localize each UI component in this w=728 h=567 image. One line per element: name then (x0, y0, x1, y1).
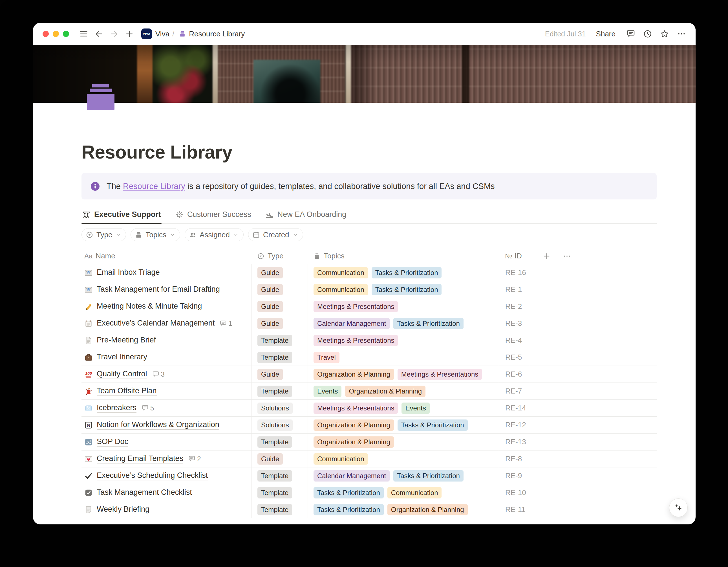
tab-executive-support[interactable]: Executive Support (81, 207, 162, 223)
row-topics-cell[interactable]: CommunicationTasks & Prioritization (308, 264, 499, 281)
sidebar-menu-icon[interactable] (79, 29, 88, 38)
row-type-cell[interactable]: Guide (252, 281, 308, 298)
callout-page-link[interactable]: Resource Library (123, 182, 185, 191)
row-type-cell[interactable]: Template (252, 383, 308, 400)
new-page-icon[interactable] (125, 29, 134, 38)
row-type-cell[interactable]: Template (252, 434, 308, 450)
table-row[interactable]: Travel ItineraryTemplateTravelRE-5 (81, 349, 657, 366)
row-type-cell[interactable]: Solutions (252, 400, 308, 416)
row-page-link[interactable]: SOP Doc (97, 437, 128, 447)
row-topics-cell[interactable]: Travel (308, 349, 499, 366)
row-page-link[interactable]: Executive’s Scheduling Checklist (97, 471, 208, 480)
history-icon[interactable] (643, 29, 652, 38)
row-topics-cell[interactable]: Communication (308, 451, 499, 467)
row-topics-cell[interactable]: Meetings & PresentationsEvents (308, 400, 499, 416)
row-topics-cell[interactable]: EventsOrganization & Planning (308, 383, 499, 400)
comment-count-badge[interactable]: 2 (188, 455, 201, 463)
library-icon (313, 252, 321, 260)
more-options-icon[interactable] (677, 29, 686, 38)
row-page-link[interactable]: Icebreakers (97, 403, 136, 413)
row-topics-cell[interactable]: Meetings & Presentations (308, 332, 499, 349)
row-page-link[interactable]: Travel Itinerary (97, 353, 147, 362)
favorite-icon[interactable] (660, 29, 669, 38)
table-row[interactable]: 100Quality Control3GuideOrganization & P… (81, 366, 657, 383)
add-column-button[interactable] (543, 252, 551, 260)
row-page-link[interactable]: Weekly Briefing (97, 505, 149, 514)
comment-count-badge[interactable]: 3 (152, 370, 165, 378)
row-topics-cell[interactable]: Tasks & PrioritizationCommunication (308, 484, 499, 501)
table-row[interactable]: Executive’s Calendar Management1GuideCal… (81, 315, 657, 332)
row-type-cell[interactable]: Template (252, 349, 308, 366)
row-page-link[interactable]: Pre-Meeting Brief (97, 336, 156, 345)
minimize-window-button[interactable] (53, 31, 59, 37)
table-row[interactable]: EEmail Inbox TriageGuideCommunicationTas… (81, 264, 657, 281)
tab-customer-success[interactable]: Customer Success (175, 207, 252, 223)
breadcrumb-page[interactable]: Resource Library (189, 30, 245, 38)
table-row[interactable]: Executive’s Scheduling ChecklistTemplate… (81, 467, 657, 484)
row-topics-cell[interactable]: CommunicationTasks & Prioritization (308, 281, 499, 298)
row-page-link[interactable]: Email Inbox Triage (97, 268, 160, 277)
row-type-cell[interactable]: Guide (252, 366, 308, 383)
share-button[interactable]: Share (596, 30, 616, 38)
row-page-link[interactable]: Task Management for Email Drafting (97, 285, 220, 294)
filter-topics[interactable]: Topics (131, 228, 180, 241)
row-type-cell[interactable]: Template (252, 332, 308, 349)
filter-type[interactable]: Type (81, 228, 126, 241)
row-page-link[interactable]: Quality Control (97, 370, 147, 379)
row-page-link[interactable]: Meeting Notes & Minute Taking (97, 302, 202, 311)
row-type-cell[interactable]: Guide (252, 264, 308, 281)
row-type-cell[interactable]: Guide (252, 315, 308, 332)
table-row[interactable]: Team Offsite PlanTemplateEventsOrganizat… (81, 383, 657, 400)
love-letter-icon (84, 455, 93, 463)
row-topics-cell[interactable]: Organization & PlanningMeetings & Presen… (308, 366, 499, 383)
table-options-button[interactable] (563, 252, 571, 260)
column-header-id[interactable]: №ID (499, 248, 530, 264)
row-type-cell[interactable]: Template (252, 501, 308, 518)
comment-count-badge[interactable]: 1 (220, 320, 232, 328)
table-row[interactable]: Meeting Notes & Minute TakingGuideMeetin… (81, 298, 657, 315)
page-icon-archive[interactable] (87, 84, 115, 110)
row-topics-cell[interactable]: Tasks & PrioritizationOrganization & Pla… (308, 501, 499, 518)
row-topics-cell[interactable]: Organization & Planning (308, 434, 499, 450)
row-type-cell[interactable]: Guide (252, 298, 308, 315)
row-topics-cell[interactable]: Calendar ManagementTasks & Prioritizatio… (308, 315, 499, 332)
row-type-cell[interactable]: Template (252, 467, 308, 484)
table-row[interactable]: NNotion for Workflows & OrganizationSolu… (81, 417, 657, 434)
row-page-link[interactable]: Executive’s Calendar Management (97, 319, 215, 328)
table-row[interactable]: Weekly BriefingTemplateTasks & Prioritiz… (81, 501, 657, 518)
table-row[interactable]: SOP DocTemplateOrganization & PlanningRE… (81, 434, 657, 451)
close-window-button[interactable] (43, 31, 49, 37)
row-type-cell[interactable]: Template (252, 484, 308, 501)
row-page-link[interactable]: Notion for Workflows & Organization (97, 420, 219, 430)
zoom-window-button[interactable] (63, 31, 69, 37)
table-row[interactable]: Task Management ChecklistTemplateTasks &… (81, 484, 657, 501)
comments-icon[interactable] (626, 29, 635, 38)
filter-created[interactable]: Created (248, 228, 303, 241)
row-topics-cell[interactable]: Organization & PlanningTasks & Prioritiz… (308, 417, 499, 433)
table-row[interactable]: Creating Email Templates2GuideCommunicat… (81, 451, 657, 467)
ai-assistant-button[interactable] (669, 498, 688, 517)
column-header-topics[interactable]: Topics (308, 248, 499, 264)
row-type-cell[interactable]: Solutions (252, 417, 308, 433)
cover-image[interactable] (33, 45, 696, 103)
page-title[interactable]: Resource Library (81, 141, 657, 163)
table-row[interactable]: ETask Management for Email DraftingGuide… (81, 281, 657, 298)
row-page-link[interactable]: Creating Email Templates (97, 454, 183, 464)
row-topics-cell[interactable]: Meetings & Presentations (308, 298, 499, 315)
column-header-type[interactable]: Type (252, 248, 308, 264)
table-row[interactable]: Icebreakers5SolutionsMeetings & Presenta… (81, 400, 657, 417)
breadcrumb-workspace[interactable]: Viva (155, 30, 169, 38)
row-type-cell[interactable]: Guide (252, 451, 308, 467)
row-page-link[interactable]: Team Offsite Plan (97, 387, 157, 396)
column-header-name[interactable]: AaName (81, 248, 252, 264)
comment-count-badge[interactable]: 5 (142, 404, 154, 412)
table-row[interactable]: Pre-Meeting BriefTemplateMeetings & Pres… (81, 332, 657, 349)
forward-icon[interactable] (110, 29, 119, 38)
filter-assigned[interactable]: Assigned (185, 228, 244, 241)
back-icon[interactable] (94, 29, 103, 38)
row-page-link[interactable]: Task Management Checklist (97, 488, 192, 497)
tab-new-ea-onboarding[interactable]: New EA Onboarding (265, 207, 347, 223)
topic-tag: Tasks & Prioritization (314, 504, 384, 515)
row-topics-cell[interactable]: Calendar ManagementTasks & Prioritizatio… (308, 467, 499, 484)
workspace-logo[interactable]: VIVA (141, 28, 152, 39)
